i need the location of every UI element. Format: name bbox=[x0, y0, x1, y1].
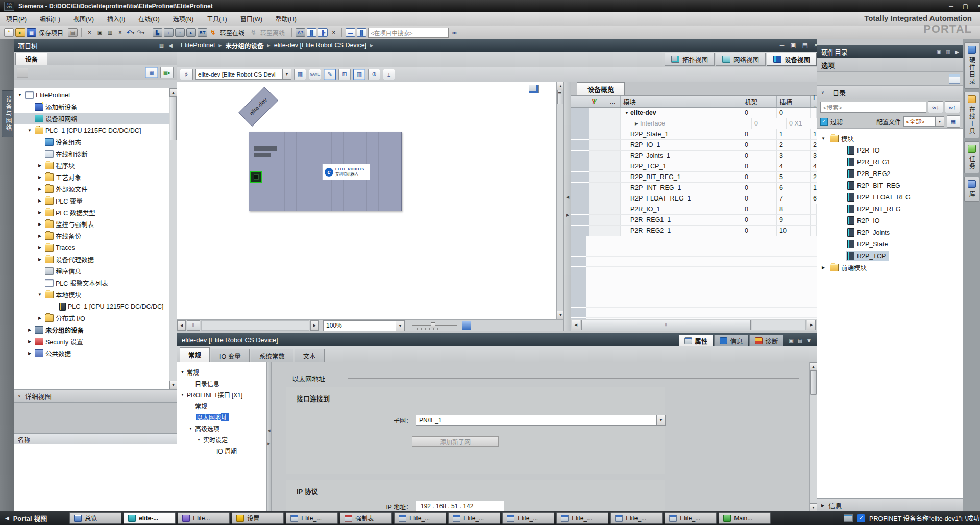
expand-info-icon[interactable]: ▶ bbox=[821, 503, 824, 508]
tab-devices[interactable]: 设备 bbox=[15, 53, 47, 65]
properties-nav-item[interactable]: 目录信息 bbox=[177, 378, 266, 389]
catalog-tree-item[interactable]: R2P_Joints bbox=[817, 227, 963, 238]
taskbar-editor-button[interactable]: Elite_... bbox=[286, 512, 338, 524]
save-project-icon[interactable]: ▦ bbox=[27, 28, 36, 37]
module-cell[interactable]: R2P_FLOAT_REG_1 bbox=[621, 193, 742, 204]
go-offline-label[interactable]: 转至离线 bbox=[260, 28, 285, 37]
rack-column-header[interactable]: 机架 bbox=[742, 96, 777, 107]
rack-cell[interactable]: 0 bbox=[742, 193, 777, 204]
expand-chevron-icon[interactable] bbox=[37, 234, 43, 238]
zoom-in-icon[interactable]: ⊕ bbox=[368, 69, 380, 80]
collapse-panel-icon[interactable]: ▥ bbox=[159, 43, 164, 48]
window-minimize-button[interactable]: ─ bbox=[949, 3, 953, 10]
module-cell[interactable]: elite-dev bbox=[621, 108, 742, 118]
device-overview-row[interactable]: P2R_IO_1 0 8 bbox=[571, 204, 817, 215]
expand-chevron-icon[interactable] bbox=[37, 187, 43, 191]
slot-cell[interactable]: 0 bbox=[777, 108, 811, 118]
enable-live-update-icon[interactable]: ▦▸ bbox=[160, 67, 174, 78]
menu-item[interactable]: 编辑(E) bbox=[40, 14, 60, 23]
properties-tab[interactable]: 系统常数 bbox=[251, 349, 293, 362]
menu-item[interactable]: 工具(T) bbox=[207, 14, 227, 23]
expand-chevron-icon[interactable] bbox=[27, 128, 33, 133]
expand-chevron-icon[interactable] bbox=[27, 328, 33, 332]
device-overview-row[interactable]: P2R_REG2_1 0 10 bbox=[571, 226, 817, 236]
module-cell[interactable]: P2R_REG1_1 bbox=[621, 215, 742, 225]
zoom-slider-thumb[interactable] bbox=[431, 322, 435, 328]
scroll-track[interactable] bbox=[752, 320, 806, 330]
breadcrumb-label[interactable]: 未分组的设备 bbox=[226, 41, 264, 51]
slot-cell[interactable]: 4 bbox=[777, 161, 811, 171]
redo-icon[interactable]: ↷▾ bbox=[136, 29, 145, 36]
expand-chevron-icon[interactable] bbox=[27, 351, 33, 356]
subnet-select[interactable]: PN/IE_1 ▼ bbox=[416, 415, 666, 426]
scroll-left-icon[interactable]: ◀ bbox=[572, 320, 580, 330]
module-cell[interactable]: R2P_IO_1 bbox=[621, 140, 742, 150]
slot-cell[interactable]: 10 bbox=[777, 226, 811, 236]
taskbar-editor-button[interactable]: Main... bbox=[719, 512, 771, 524]
cut-icon[interactable]: × bbox=[85, 29, 94, 36]
project-tree-scrollbar[interactable]: ▲ ▼ bbox=[169, 88, 177, 389]
profinet-port-icon[interactable] bbox=[250, 171, 262, 183]
slot-cell[interactable]: 6 bbox=[777, 183, 811, 193]
view-switch-button[interactable]: 拓扑视图 bbox=[665, 53, 715, 66]
search-down-icon[interactable]: ∞↓ bbox=[928, 101, 943, 113]
taskbar-editor-button[interactable]: Elite_... bbox=[665, 512, 717, 524]
catalog-tree-item[interactable]: 模块 bbox=[817, 133, 963, 144]
tree-item[interactable]: PLC_1 [CPU 1215FC DC/DC/DC] bbox=[14, 301, 169, 312]
expand-chevron-icon[interactable] bbox=[820, 265, 826, 270]
crosshair-icon[interactable]: ⊞ bbox=[338, 69, 351, 80]
catalog-search-input[interactable] bbox=[820, 102, 926, 113]
show-columns-icon[interactable]: ▦ bbox=[145, 67, 158, 78]
rack-cell[interactable]: 0 bbox=[742, 151, 777, 161]
menu-item[interactable]: 选项(N) bbox=[173, 14, 194, 23]
show-grid-icon[interactable]: ▦ bbox=[294, 69, 306, 80]
slot-cell[interactable]: 0 X1 bbox=[787, 118, 820, 129]
slot-cell[interactable]: 8 bbox=[777, 204, 811, 214]
taskbar-editor-button[interactable]: 总览 bbox=[69, 512, 121, 524]
breadcrumb-label[interactable]: EliteProfinet bbox=[181, 42, 215, 49]
taskbar-editor-button[interactable]: Elite_... bbox=[556, 512, 608, 524]
ip-address-input[interactable]: 192 . 168 . 51 . 142 bbox=[416, 501, 504, 512]
expand-chevron-icon[interactable] bbox=[37, 245, 43, 250]
hardware-detail-window-icon[interactable] bbox=[949, 74, 960, 84]
module-cell[interactable]: R2P_TCP_1 bbox=[621, 161, 742, 171]
rack-cell[interactable]: 0 bbox=[742, 226, 777, 236]
collapse-catalog-icon[interactable]: ∨ bbox=[821, 90, 828, 95]
subnet-dropdown-icon[interactable]: ▼ bbox=[656, 415, 665, 425]
breadcrumb-label[interactable]: elite-dev [Elite Robot CS Device] bbox=[274, 42, 366, 49]
properties-nav-item[interactable]: 常规 bbox=[177, 400, 266, 411]
tree-item[interactable]: 程序信息 bbox=[14, 265, 169, 277]
taskbar-editor-button[interactable]: elite-... bbox=[124, 512, 176, 524]
delete-icon[interactable]: × bbox=[116, 29, 125, 36]
menu-item[interactable]: 帮助(H) bbox=[276, 14, 297, 23]
properties-nav-item[interactable]: PROFINET接口 [X1] bbox=[177, 389, 266, 400]
edit-profiles-icon[interactable]: ▦ bbox=[947, 115, 960, 128]
collapse-icon[interactable]: ▤ bbox=[798, 338, 802, 343]
device-overview-row[interactable]: R2P_IO_1 0 2 26... bbox=[571, 140, 817, 151]
device-overview-row[interactable]: elite-dev 0 0 bbox=[571, 108, 817, 118]
taskbar-editor-button[interactable]: Elite_... bbox=[394, 512, 446, 524]
save-project-label[interactable]: 保存项目 bbox=[39, 28, 63, 37]
properties-tab[interactable]: 常规 bbox=[180, 347, 210, 362]
zoom-combobox[interactable]: 100% ▼ bbox=[323, 320, 405, 331]
device-overview-row[interactable]: P2R_REG1_1 0 9 bbox=[571, 215, 817, 226]
info-section-header[interactable]: ▶ 信息 bbox=[817, 498, 963, 511]
row-selector-cell[interactable] bbox=[571, 118, 589, 129]
rack-cell[interactable]: 0 bbox=[742, 215, 777, 225]
rack-cell[interactable]: 0 bbox=[742, 129, 777, 139]
properties-nav-splitter[interactable]: ◀▶ bbox=[267, 362, 272, 512]
properties-nav-item[interactable]: IO 周期 bbox=[177, 445, 266, 456]
upload-from-device-icon[interactable]: ↑ bbox=[175, 28, 185, 37]
expand-chevron-icon[interactable] bbox=[27, 339, 33, 344]
tree-item[interactable]: EliteProfinet bbox=[14, 89, 169, 101]
expand-chevron-icon[interactable] bbox=[37, 175, 43, 180]
row-selector-cell[interactable] bbox=[571, 226, 589, 236]
splitter-left-icon[interactable]: ◀ bbox=[566, 195, 569, 199]
tree-item[interactable]: 设备代理数据 bbox=[14, 254, 169, 265]
row-selector-cell[interactable] bbox=[571, 108, 589, 118]
start-simulation-icon[interactable]: RT bbox=[198, 28, 207, 37]
menu-item[interactable]: 窗口(W) bbox=[240, 14, 262, 23]
row-selector-cell[interactable] bbox=[571, 193, 589, 204]
go-online-label[interactable]: 转至在线 bbox=[220, 28, 244, 37]
dock-icon[interactable]: ▣ bbox=[789, 338, 793, 343]
